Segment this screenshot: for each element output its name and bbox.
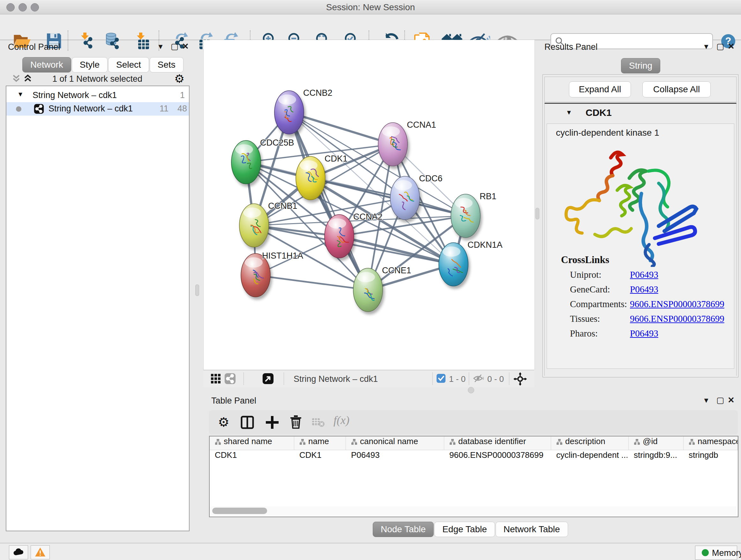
network-current-dot-icon [16,106,21,112]
control-panel-close-icon[interactable]: ✕ [180,42,191,51]
cloud-button[interactable] [9,545,28,559]
import-table-file-button[interactable] [135,32,151,50]
toolbar-separator [68,30,68,51]
network-row[interactable]: String Network – cdk1 11 48 [6,102,189,116]
control-panel-float-icon[interactable]: ▾ [155,42,166,51]
import-network-file-button[interactable] [80,32,96,50]
network-collection-row[interactable]: ▼ String Network – cdk1 1 [6,89,189,102]
collapse-all-button[interactable]: Collapse All [643,81,711,98]
tab-style[interactable]: Style [72,57,108,72]
table-cell[interactable]: CDK1 [299,450,345,463]
view-network-title: String Network – cdk1 [293,374,378,384]
results-panel-float-icon[interactable]: ▾ [701,42,712,51]
tab-sets[interactable]: Sets [150,57,184,72]
expand-all-button[interactable]: Expand All [569,81,631,98]
column-header-name[interactable]: name [294,436,346,450]
table-cell[interactable]: 9606.ENSP00000378699 [449,450,550,463]
node-label-CDK1: CDK1 [325,154,347,164]
table-panel-tabs: Node TableEdge TableNetwork Table [373,522,568,537]
import-network-database-button[interactable] [105,32,122,50]
node-HIST1H1A[interactable]: HIST1H1A [241,251,303,297]
horizontal-splitter-handle[interactable] [468,387,474,393]
results-panel-close-icon[interactable]: ✕ [726,42,737,51]
node-CCNA1[interactable]: CCNA1 [378,120,436,166]
network-view-icon[interactable] [224,373,236,387]
birds-eye-view-icon[interactable] [514,372,527,388]
column-type-icon [449,439,456,445]
warnings-button[interactable] [30,545,50,559]
table-cell[interactable]: stringdb [689,450,737,463]
tab-network-table[interactable]: Network Table [495,522,568,537]
memory-label: Memory [712,548,741,558]
table-options-gear-icon[interactable]: ⚙ [218,415,229,429]
column-header-databaseidentifier[interactable]: database identifier [444,436,551,450]
crosslink-link[interactable]: 9606.ENSP00000378699 [630,314,724,324]
crosslink-row: Uniprot:P06493 [570,269,730,284]
node-CCNE1[interactable]: CCNE1 [353,266,411,312]
node-CCNB2[interactable]: CCNB2 [274,88,333,134]
create-column-icon[interactable] [265,415,279,431]
function-builder-icon[interactable]: f(x) [333,414,349,427]
crosslinks-title: CrossLinks [561,254,609,266]
column-header-sharedname[interactable]: shared name [210,436,294,450]
results-panel-title: Results Panel [544,42,598,52]
results-panel-maximize-icon[interactable]: ▢ [715,42,726,51]
table-panel-maximize-icon[interactable]: ▢ [715,395,726,405]
crosslink-link[interactable]: P06493 [630,328,658,339]
memory-button[interactable]: Memory [695,546,737,560]
edge-CDK1-RB1[interactable] [311,178,466,216]
crosslink-link[interactable]: 9606.ENSP00000378699 [630,299,724,309]
tab-node-table[interactable]: Node Table [373,522,434,537]
crosslink-link[interactable]: P06493 [630,284,658,295]
string-network-graph[interactable]: CCNB2 CCNA1 CDC25B CDK1 CDC6 RB1 CCNB1 C… [204,40,535,370]
delete-table-icon[interactable] [312,418,325,429]
tab-string[interactable]: String [621,58,660,73]
table-cell[interactable]: cyclin-dependent ... [556,450,627,463]
table-horizontal-scrollbar[interactable] [210,506,737,515]
protein-structure-image [563,142,700,267]
gene-details: cyclin-dependent kinase 1 [547,124,734,369]
network-selection-bar: 1 of 1 Network selected ⚙ [6,73,189,85]
tab-edge-table[interactable]: Edge Table [434,522,495,537]
table-panel-close-icon[interactable]: ✕ [726,395,737,405]
column-header-canonicalname[interactable]: canonical name [346,436,444,450]
table-panel-float-icon[interactable]: ▾ [701,395,712,405]
left-splitter-handle[interactable] [195,285,199,296]
node-CDC25B[interactable]: CDC25B [231,138,294,184]
grid-mode-icon[interactable] [211,374,221,386]
node-CDKN1A[interactable]: CDKN1A [439,240,502,286]
column-header-namespace[interactable]: namespace [684,436,738,450]
detach-view-icon[interactable] [262,373,274,387]
gene-expander-icon[interactable]: ▼ [566,109,572,116]
control-panel-maximize-icon[interactable]: ▢ [169,42,180,51]
table-cell[interactable]: CDK1 [215,450,293,463]
network-type-icon [34,104,44,116]
edge-CCNB2-CCNA1[interactable] [289,112,393,144]
crosslink-row: Tissues:9606.ENSP00000378699 [570,314,730,328]
table-scrollbar-thumb[interactable] [212,508,267,514]
column-header-description[interactable]: description [551,436,629,450]
node-RB1[interactable]: RB1 [451,192,496,238]
collection-expander-icon[interactable]: ▼ [17,91,23,98]
delete-column-trash-icon[interactable] [289,415,303,431]
crosslink-row: Compartments:9606.ENSP00000378699 [570,299,730,314]
tab-network[interactable]: Network [22,57,71,72]
table-cell[interactable]: stringdb:9... [634,450,682,463]
show-columns-icon[interactable] [240,415,254,431]
node-table[interactable]: shared namenamecanonical namedatabase id… [209,436,738,517]
node-label-CDKN1A: CDKN1A [468,240,502,250]
node-label-CCNE1: CCNE1 [382,266,411,275]
edge-CCNB2-CCNE1[interactable] [289,112,368,290]
network-canvas[interactable]: CCNB2 CCNA1 CDC25B CDK1 CDC6 RB1 CCNB1 C… [203,40,535,370]
status-bar: Memory [0,543,741,560]
gene-header[interactable]: ▼ CDK1 [545,104,736,122]
right-splitter-handle[interactable] [536,208,539,219]
crosslink-link[interactable]: P06493 [630,269,658,280]
tab-select[interactable]: Select [108,57,149,72]
edge-HIST1H1A-CCNE1[interactable] [256,275,368,290]
table-panel-title: Table Panel [211,396,256,406]
table-cell[interactable]: P06493 [351,450,443,463]
network-options-gear-icon[interactable]: ⚙ [174,72,185,85]
crosslink-row: GeneCard:P06493 [570,284,730,299]
column-header-id[interactable]: @id [629,436,684,450]
